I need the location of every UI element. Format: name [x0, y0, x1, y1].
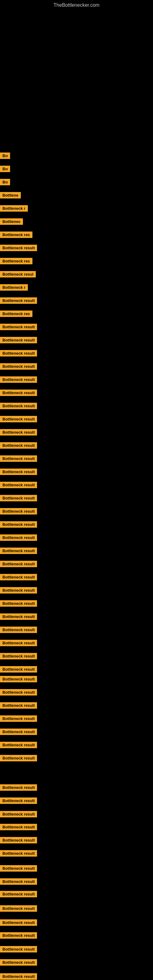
bottleneck-result-label: Bottleneck result [0, 932, 37, 939]
site-title: TheBottlenecker.com [0, 0, 153, 9]
bottleneck-result-label: Bottleneck result [0, 837, 37, 843]
bottleneck-result-label: Bottleneck r [0, 205, 28, 212]
bottleneck-result-label: Bottleneck result [0, 363, 37, 370]
bottleneck-result-label: Bottlene [0, 192, 21, 199]
bottleneck-result-label: Bottleneck result [0, 627, 37, 633]
bottleneck-result-label: Bottleneck result [0, 390, 37, 396]
bottleneck-result-label: Bottleneck result [0, 959, 37, 966]
bottleneck-result-label: Bottleneck result [0, 973, 37, 980]
bottleneck-result-label: Bottleneck result [0, 403, 37, 409]
bottleneck-result-label: Bottleneck result [0, 337, 37, 343]
bottleneck-result-label: Bottleneck result [0, 755, 37, 761]
bottleneck-result-label: Bottleneck result [0, 350, 37, 356]
bottleneck-result-label: Bottleneck result [0, 469, 37, 475]
bottleneck-result-label: Bottleneck result [0, 653, 37, 659]
bottleneck-result-label: Bottleneck result [0, 574, 37, 580]
bottleneck-result-label: Bottleneck result [0, 376, 37, 383]
bottleneck-result-label: Bottleneck result [0, 702, 37, 709]
bottleneck-result-label: Bottleneck result [0, 429, 37, 436]
bottleneck-result-label: Bottleneck result [0, 416, 37, 422]
bottleneck-result-label: Bottlenec [0, 218, 23, 225]
bottleneck-result-label: Bottleneck result [0, 878, 37, 885]
bottleneck-result-label: Bottleneck result [0, 442, 37, 449]
bottleneck-result-label: Bottleneck result [0, 547, 37, 554]
bottleneck-result-label: Bo [0, 153, 10, 159]
bottleneck-result-label: Bottleneck res [0, 232, 32, 238]
bottleneck-result-label: Bottleneck result [0, 640, 37, 646]
bottleneck-result-label: Bottleneck result [0, 784, 37, 791]
bottleneck-result-label: Bottleneck result [0, 666, 37, 673]
bottleneck-result-label: Bottleneck result [0, 920, 37, 926]
bottleneck-result-label: Bottleneck result [0, 905, 37, 912]
bottleneck-result-label: Bottleneck result [0, 891, 37, 897]
bottleneck-result-label: Bottleneck result [0, 811, 37, 818]
bottleneck-result-label: Bottleneck result [0, 455, 37, 462]
bottleneck-result-label: Bottleneck result [0, 676, 37, 682]
bottleneck-result-label: Bottleneck result [0, 797, 37, 804]
bottleneck-result-label: Bottleneck result [0, 850, 37, 857]
bottleneck-result-label: Bottleneck result [0, 742, 37, 748]
bottleneck-result-label: Bottleneck result [0, 865, 37, 872]
bottleneck-result-label: Bottleneck resul [0, 271, 36, 277]
bottleneck-result-label: Bottleneck result [0, 689, 37, 695]
bottleneck-result-label: Bottleneck res [0, 310, 32, 317]
bottleneck-result-label: Bottleneck result [0, 298, 37, 304]
bottleneck-result-label: Bottleneck result [0, 245, 37, 251]
bottleneck-result-label: Bottleneck result [0, 600, 37, 607]
bottleneck-result-label: Bo [0, 166, 10, 172]
bottleneck-result-label: Bottleneck result [0, 587, 37, 593]
bottleneck-result-label: Bottleneck result [0, 946, 37, 953]
bottleneck-result-label: Bottleneck result [0, 824, 37, 830]
bottleneck-result-label: Bottleneck result [0, 495, 37, 501]
bottleneck-result-label: Bottleneck r [0, 284, 28, 291]
bottleneck-result-label: Bottleneck result [0, 729, 37, 735]
bottleneck-result-label: Bottleneck result [0, 482, 37, 488]
bottleneck-result-label: Bottleneck res [0, 258, 32, 264]
bottleneck-result-label: Bottleneck result [0, 535, 37, 541]
bottleneck-result-label: Bo [0, 179, 10, 185]
bottleneck-result-label: Bottleneck result [0, 715, 37, 722]
bottleneck-result-label: Bottleneck result [0, 561, 37, 567]
bottleneck-result-label: Bottleneck result [0, 613, 37, 620]
bottleneck-result-label: Bottleneck result [0, 508, 37, 514]
bottleneck-result-label: Bottleneck result [0, 521, 37, 528]
bottleneck-result-label: Bottleneck result [0, 324, 37, 330]
